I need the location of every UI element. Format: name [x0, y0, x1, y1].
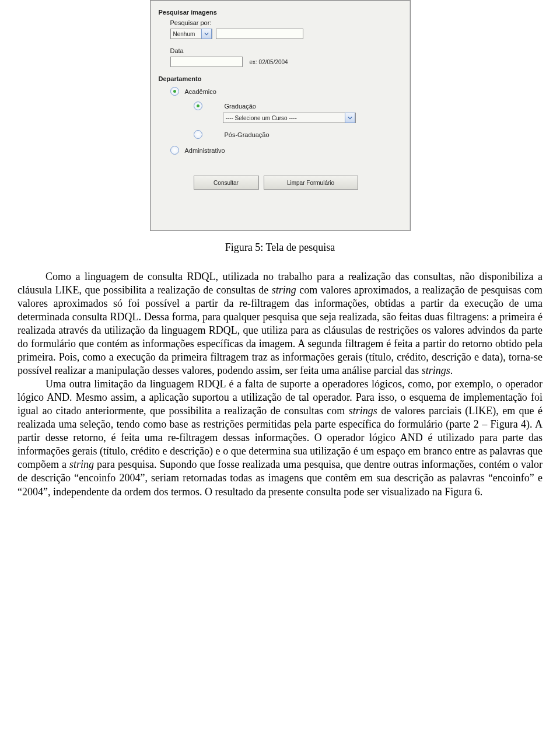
radio-graduacao[interactable]: [194, 102, 202, 110]
pesquisar-por-value: Nenhum: [173, 31, 200, 37]
radio-pos-graduacao-label: Pós-Graduação: [225, 131, 270, 138]
radio-pos-graduacao[interactable]: [194, 130, 202, 139]
radio-administrativo-label: Administrativo: [185, 147, 225, 154]
body-text: Como a linguagem de consulta RDQL, utili…: [18, 270, 542, 499]
chevron-down-icon[interactable]: [201, 29, 212, 39]
data-label: Data: [170, 47, 402, 54]
radio-academico[interactable]: [170, 87, 179, 96]
form-title: Pesquisar imagens: [159, 9, 402, 16]
curso-select[interactable]: ---- Selecione um Curso ----: [223, 113, 356, 123]
p1-part-c: .: [450, 365, 453, 376]
pesquisar-value-input[interactable]: [216, 29, 303, 39]
data-input[interactable]: [170, 57, 243, 67]
paragraph-2: Uma outra limitação da linguagem RDQL é …: [18, 377, 542, 498]
pesquisar-por-label: Pesquisar por:: [170, 19, 402, 26]
chevron-down-icon[interactable]: [345, 113, 355, 123]
p1-part-b: com valores aproximados, a realização de…: [18, 284, 542, 376]
figure-caption: Figura 5: Tela de pesquisa: [18, 242, 542, 254]
app-window: Pesquisar imagens Pesquisar por: Nenhum: [150, 0, 411, 231]
p2-italic-strings: strings: [349, 405, 377, 417]
radio-dot-icon: [197, 104, 200, 107]
form-screenshot: Pesquisar imagens Pesquisar por: Nenhum: [18, 0, 542, 231]
p1-italic-strings: strings: [422, 365, 450, 376]
p2-part-c: para pesquisa. Supondo que fosse realiza…: [18, 459, 542, 497]
p2-italic-string: string: [69, 459, 94, 470]
limpar-button[interactable]: Limpar Formulário: [264, 176, 358, 190]
curso-select-value: ---- Selecione um Curso ----: [226, 115, 344, 121]
departamento-label: Departamento: [159, 75, 402, 82]
radio-dot-icon: [173, 90, 176, 93]
pesquisar-por-select[interactable]: Nenhum: [170, 29, 212, 39]
data-hint: ex: 02/05/2004: [250, 59, 288, 65]
consultar-button[interactable]: Consultar: [194, 176, 259, 190]
radio-graduacao-label: Graduação: [225, 103, 256, 110]
radio-administrativo[interactable]: [170, 146, 179, 155]
radio-academico-label: Acadêmico: [185, 88, 216, 95]
paragraph-1: Como a linguagem de consulta RDQL, utili…: [18, 270, 542, 377]
p1-italic-string: string: [272, 284, 296, 296]
